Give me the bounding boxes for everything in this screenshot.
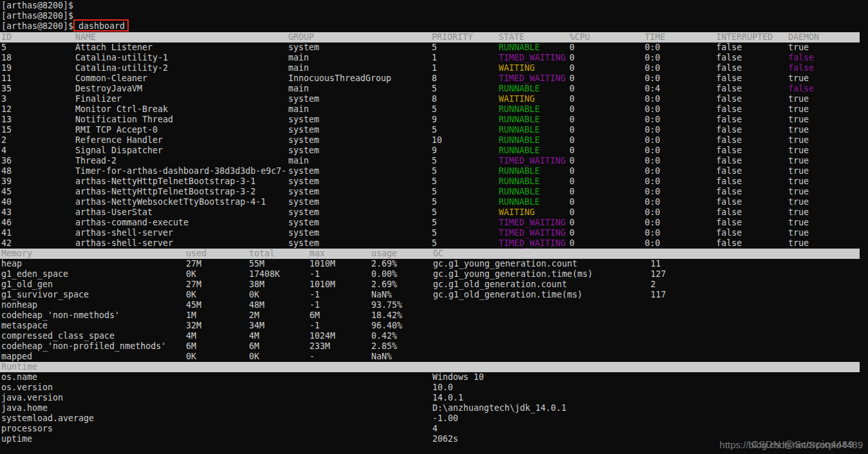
memory-usage: 96.40% [371, 321, 402, 331]
thread-state: RUNNABLE [499, 84, 540, 94]
gc-metric-label: gc.g1_young_generation.time(ms) [433, 269, 593, 279]
memory-row: mapped0K0K-NaN% [0, 352, 868, 362]
gc-metric-value: 117 [651, 290, 666, 300]
thread-id: 4 [1, 146, 6, 156]
thread-cpu: 0 [569, 197, 575, 207]
terminal-line: [arthas@8200]$ dashboard [0, 21, 868, 32]
watermark-handle: CSDN @Scorpio4489 [752, 439, 854, 450]
shell-prompt: [arthas@8200]$ [1, 21, 73, 32]
thread-id: 40 [1, 197, 12, 207]
thread-name: RMI TCP Accept-0 [75, 125, 158, 135]
thread-interrupted: false [716, 104, 742, 115]
thread-id: 42 [1, 238, 12, 249]
thread-time: 0:0 [645, 125, 660, 135]
thread-daemon: true [788, 228, 809, 238]
thread-row: 46arthas-command-executesystem5TIMED_WAI… [0, 218, 868, 228]
thread-daemon: true [788, 135, 809, 146]
thread-daemon: true [788, 207, 809, 218]
memory-max: -1 [309, 321, 320, 331]
memory-usage: 0.42% [371, 331, 397, 341]
thread-row: 39arthas-NettyHttpTelnetBootstrap-3-1sys… [0, 176, 868, 187]
memory-max: -1 [309, 300, 320, 310]
thread-group: system [288, 115, 319, 125]
thread-row: 45arthas-NettyHttpTelnetBootstrap-3-2sys… [0, 187, 868, 197]
thread-state: TIMED_WAITING [499, 218, 566, 228]
thread-time: 0:0 [645, 53, 660, 63]
thread-time: 0:0 [645, 218, 660, 228]
thread-state: RUNNABLE [499, 187, 540, 197]
thread-cpu: 0 [569, 187, 575, 197]
thread-daemon: true [788, 104, 809, 115]
thread-interrupted: false [716, 63, 742, 73]
thread-name: Monitor Ctrl-Break [75, 104, 168, 115]
thread-name: arthas-shell-server [75, 238, 173, 249]
memory-pool-name: mapped [1, 352, 32, 362]
column-header-id: ID [1, 32, 12, 43]
thread-priority: 5 [432, 218, 437, 228]
thread-time: 0:0 [645, 104, 660, 115]
thread-cpu: 0 [569, 228, 575, 238]
gc-row: gc.g1_old_generation.count2 [0, 279, 868, 290]
thread-cpu: 0 [569, 84, 575, 94]
thread-priority: 8 [432, 73, 437, 84]
thread-time: 0:0 [645, 166, 660, 176]
terminal-line: [arthas@8200]$ [0, 1, 868, 11]
thread-group: system [288, 135, 319, 146]
thread-interrupted: false [716, 207, 742, 218]
thread-daemon: true [788, 73, 809, 84]
memory-total: 2M [249, 310, 259, 321]
thread-row: 11Common-CleanerInnocuousThreadGroup8TIM… [0, 73, 868, 84]
thread-state: TIMED_WAITING [499, 53, 566, 63]
thread-group: system [288, 176, 319, 187]
memory-table-header: Memory used total max usage GC [0, 249, 860, 259]
thread-daemon: true [788, 156, 809, 166]
thread-time: 0:0 [645, 176, 660, 187]
thread-row: 41arthas-shell-serversystem5TIMED_WAITIN… [0, 228, 868, 238]
thread-row: 5Attach Listenersystem5RUNNABLE00:0false… [0, 43, 868, 53]
memory-used: 6M [186, 341, 196, 352]
column-header-time: TIME [645, 32, 665, 43]
thread-priority: 5 [432, 238, 437, 249]
thread-time: 0:4 [645, 84, 660, 94]
thread-cpu: 0 [569, 135, 575, 146]
column-header-group: GROUP [288, 32, 314, 43]
thread-priority: 5 [432, 156, 437, 166]
thread-interrupted: false [716, 238, 742, 249]
memory-used: 1M [186, 310, 196, 321]
thread-id: 15 [1, 125, 12, 135]
thread-daemon: false [788, 63, 814, 73]
thread-priority: 5 [432, 43, 437, 53]
thread-group: system [288, 207, 319, 218]
thread-group: system [288, 146, 319, 156]
terminal-line: [arthas@8200]$ [0, 11, 868, 21]
thread-id: 5 [1, 43, 6, 53]
thread-time: 0:0 [645, 73, 660, 84]
thread-group: system [288, 197, 319, 207]
thread-cpu: 0 [569, 43, 575, 53]
thread-cpu: 0 [569, 146, 575, 156]
thread-interrupted: false [716, 135, 742, 146]
thread-name: Catalina-utility-1 [75, 53, 168, 63]
thread-row: 12Monitor Ctrl-Breakmain5RUNNABLE00:0fal… [0, 104, 868, 115]
thread-group: system [288, 166, 319, 176]
runtime-property-value: -1.00 [432, 413, 458, 424]
thread-interrupted: false [716, 228, 742, 238]
memory-row: codeheap_'non-profiled_nmethods'6M6M233M… [0, 341, 868, 352]
thread-priority: 9 [432, 146, 437, 156]
thread-row: 3Finalizersystem8WAITING00:0falsetrue [0, 94, 868, 104]
thread-interrupted: false [716, 94, 742, 104]
thread-time: 0:0 [645, 156, 660, 166]
runtime-table-header: Runtime [0, 362, 860, 372]
thread-priority: 10 [432, 135, 442, 146]
memory-total: 4M [249, 331, 259, 341]
thread-daemon: true [788, 94, 809, 104]
thread-interrupted: false [716, 197, 742, 207]
thread-group: system [288, 125, 319, 135]
shell-prompt: [arthas@8200]$ [1, 11, 73, 21]
thread-daemon: true [788, 43, 809, 53]
thread-priority: 5 [432, 176, 437, 187]
thread-group: main [288, 104, 309, 115]
terminal-window[interactable]: [arthas@8200]$ [arthas@8200]$ [arthas@82… [0, 0, 868, 454]
thread-interrupted: false [716, 125, 742, 135]
thread-time: 0:0 [645, 146, 660, 156]
